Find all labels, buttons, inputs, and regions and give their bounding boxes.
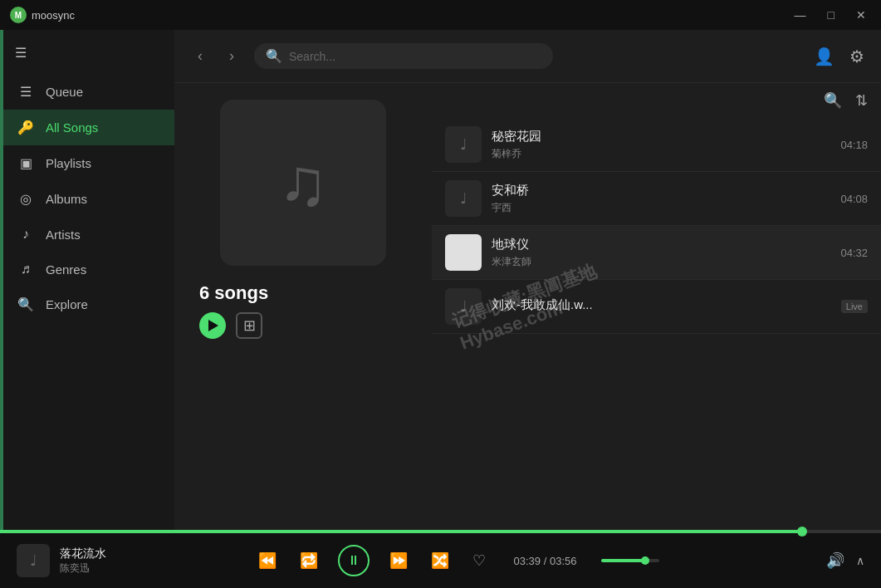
- song-title: 安和桥: [492, 183, 830, 198]
- shuffle-button[interactable]: 🔀: [428, 548, 453, 573]
- song-list[interactable]: 🔍 ⇅ ♩ 秘密花园 菊梓乔 04:18 ♩ 安和桥 宇西 04:08: [432, 83, 881, 530]
- song-artist: 米津玄師: [492, 255, 830, 269]
- song-thumbnail: ♩: [445, 288, 482, 325]
- play-all-button[interactable]: [199, 312, 226, 339]
- song-list-header: 🔍 ⇅: [432, 91, 881, 118]
- title-bar-controls: — □ ✕: [790, 7, 871, 23]
- song-info: 秘密花园 菊梓乔: [492, 129, 830, 161]
- close-button[interactable]: ✕: [851, 7, 871, 23]
- song-title: 刘欢-我敢成仙.w...: [492, 297, 831, 313]
- sidebar-item-explore[interactable]: 🔍 Explore: [0, 287, 174, 322]
- song-title: 秘密花园: [492, 129, 830, 145]
- sidebar-label-artists: Artists: [46, 228, 81, 242]
- sidebar: ☰ ☰ Queue 🔑 All Songs ▣ Playlists ◎ Albu…: [0, 30, 174, 530]
- sidebar-label-queue: Queue: [46, 85, 83, 99]
- music-note-icon: ♩: [460, 297, 467, 316]
- sidebar-item-artists[interactable]: ♪ Artists: [0, 217, 174, 252]
- hamburger-icon: ☰: [15, 46, 27, 60]
- player-song-artist: 陈奕迅: [60, 561, 106, 576]
- pause-button[interactable]: ⏸: [338, 545, 370, 576]
- settings-icon[interactable]: ⚙: [849, 47, 864, 66]
- search-songs-icon[interactable]: 🔍: [824, 91, 842, 110]
- player-right: 🔊 ∧: [732, 548, 864, 573]
- fast-forward-button[interactable]: ⏩: [386, 548, 411, 573]
- player-left: ♩ 落花流水 陈奕迅: [17, 544, 183, 577]
- sidebar-accent-stripe: [0, 30, 3, 530]
- sidebar-label-all-songs: All Songs: [46, 120, 98, 135]
- top-bar: ‹ › 🔍 👤 ⚙: [174, 30, 881, 83]
- search-box[interactable]: 🔍: [254, 43, 553, 69]
- title-bar: M moosync — □ ✕: [0, 0, 881, 30]
- queue-icon: ☰: [17, 84, 34, 100]
- table-row[interactable]: ♩ 刘欢-我敢成仙.w... Live: [432, 280, 881, 334]
- sidebar-label-albums: Albums: [46, 192, 87, 206]
- song-title: 地球仪: [492, 237, 830, 252]
- progress-bar[interactable]: [0, 530, 881, 533]
- music-note-icon: ♩: [460, 135, 467, 154]
- maximize-button[interactable]: □: [823, 7, 839, 23]
- search-input[interactable]: [289, 50, 541, 63]
- player-song-title: 落花流水: [60, 546, 106, 561]
- progress-handle[interactable]: [797, 527, 807, 537]
- forward-button[interactable]: ›: [223, 44, 241, 68]
- volume-fill: [601, 559, 645, 562]
- back-button[interactable]: ‹: [191, 44, 209, 68]
- sidebar-item-all-songs[interactable]: 🔑 All Songs: [0, 110, 174, 145]
- rewind-button[interactable]: ⏪: [255, 548, 280, 573]
- sidebar-label-genres: Genres: [46, 262, 86, 277]
- albums-icon: ◎: [17, 191, 34, 207]
- song-thumbnail: ♩: [445, 126, 482, 163]
- app-logo: M: [10, 7, 27, 23]
- song-duration: 04:18: [840, 139, 868, 151]
- player-time: 03:39 / 03:56: [514, 555, 577, 567]
- song-thumbnail: [445, 234, 482, 271]
- add-to-playlist-button[interactable]: ⊞: [236, 312, 262, 339]
- app-name: moosync: [32, 9, 75, 22]
- song-live-badge: Live: [841, 300, 868, 313]
- volume-handle[interactable]: [641, 556, 649, 565]
- album-art: ♫: [220, 100, 386, 266]
- music-note-icon: ♫: [278, 145, 328, 221]
- volume-slider[interactable]: [601, 559, 659, 562]
- minimize-button[interactable]: —: [790, 7, 811, 23]
- song-info: 刘欢-我敢成仙.w...: [492, 297, 831, 316]
- player-center: ⏪ 🔁 ⏸ ⏩ 🔀 ♡ 03:39 / 03:56: [183, 545, 732, 576]
- top-bar-right: 👤 ⚙: [814, 47, 864, 66]
- player-thumbnail: ♩: [17, 544, 50, 577]
- repeat-button[interactable]: 🔁: [296, 548, 321, 573]
- song-info: 地球仪 米津玄師: [492, 237, 830, 269]
- progress-fill: [0, 530, 802, 533]
- volume-icon[interactable]: 🔊: [823, 548, 848, 573]
- song-duration: 04:32: [840, 247, 868, 259]
- sidebar-item-albums[interactable]: ◎ Albums: [0, 181, 174, 217]
- song-art-image: [445, 234, 482, 271]
- player-controls: ♩ 落花流水 陈奕迅 ⏪ 🔁 ⏸ ⏩ 🔀 ♡ 03:39 / 03:56: [0, 533, 881, 588]
- user-icon[interactable]: 👤: [814, 47, 835, 66]
- sidebar-item-genres[interactable]: ♬ Genres: [0, 252, 174, 287]
- artists-icon: ♪: [17, 227, 34, 242]
- search-icon: 🔍: [266, 48, 282, 64]
- album-actions: ⊞: [191, 312, 262, 339]
- title-bar-left: M moosync: [10, 7, 75, 23]
- music-note-icon: ♩: [460, 189, 467, 208]
- table-row[interactable]: 地球仪 米津玄師 04:32: [432, 226, 881, 280]
- like-button[interactable]: ♡: [469, 548, 489, 573]
- album-panel: ♫ 6 songs ⊞: [174, 83, 432, 530]
- expand-button[interactable]: ∧: [856, 554, 864, 567]
- song-artist: 宇西: [492, 201, 830, 215]
- player-song-info: 落花流水 陈奕迅: [60, 546, 106, 576]
- table-row[interactable]: ♩ 安和桥 宇西 04:08: [432, 172, 881, 226]
- song-info: 安和桥 宇西: [492, 183, 830, 215]
- song-artist: 菊梓乔: [492, 147, 830, 161]
- player-thumb-note-icon: ♩: [30, 551, 37, 570]
- sidebar-item-playlists[interactable]: ▣ Playlists: [0, 145, 174, 181]
- song-thumbnail: ♩: [445, 180, 482, 217]
- content-area: ♫ 6 songs ⊞ 🔍 ⇅ ♩ 秘密花园 菊梓乔 04:18 ♩: [174, 83, 881, 530]
- sidebar-label-explore: Explore: [46, 297, 88, 311]
- filter-icon[interactable]: ⇅: [855, 91, 868, 110]
- key-icon: 🔑: [17, 120, 34, 135]
- sidebar-item-queue[interactable]: ☰ Queue: [0, 74, 174, 110]
- songs-count: 6 songs: [191, 282, 268, 304]
- hamburger-menu-button[interactable]: ☰: [0, 37, 174, 69]
- table-row[interactable]: ♩ 秘密花园 菊梓乔 04:18: [432, 118, 881, 172]
